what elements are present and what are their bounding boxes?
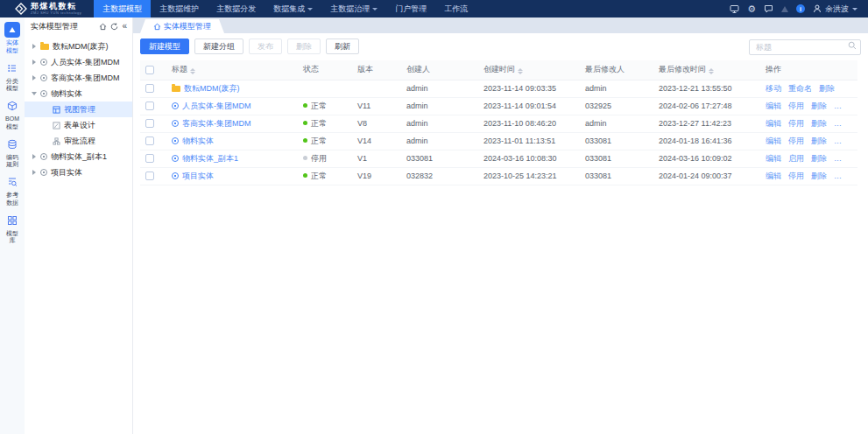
reference-data-icon	[4, 174, 20, 190]
select-all-checkbox[interactable]	[145, 66, 154, 74]
entity-tree: 数耘MDM(废弃) 人员实体-集团MDM 客商实体-集团MDM 物料实体	[25, 33, 132, 180]
alert-triangle-icon[interactable]	[781, 6, 788, 12]
tree-item-customer-entity[interactable]: 客商实体-集团MDM	[25, 70, 132, 86]
nav-item-master-data-model[interactable]: 主数据模型	[94, 0, 151, 18]
delete-button[interactable]: 删除	[287, 38, 321, 54]
collapse-panel-icon[interactable]: «	[122, 22, 127, 31]
column-title[interactable]: 标题	[166, 60, 298, 80]
nav-item-workflow[interactable]: 工作流	[435, 0, 476, 18]
rail-item-reference-data[interactable]: 参考数据	[4, 174, 20, 207]
more-actions[interactable]: …	[834, 102, 842, 110]
row-checkbox[interactable]	[145, 154, 154, 163]
delete-action[interactable]: 删除	[811, 102, 827, 110]
sort-icon[interactable]	[518, 68, 523, 74]
edit-action[interactable]: 编辑	[766, 172, 781, 180]
caret-down-icon[interactable]	[32, 91, 37, 96]
delete-action[interactable]: 删除	[811, 136, 827, 145]
edit-action[interactable]: 编辑	[766, 136, 781, 145]
entity-icon	[172, 172, 179, 179]
tree-item-material-entity-copy[interactable]: 物料实体_副本1	[25, 149, 132, 164]
monitor-icon[interactable]	[730, 4, 739, 14]
entity-icon	[172, 155, 179, 162]
model-title-link[interactable]: 物料实体_副本1	[172, 153, 293, 164]
delete-action[interactable]: 删除	[811, 172, 827, 180]
new-model-button[interactable]: 新建模型	[140, 38, 189, 54]
column-modified-time[interactable]: 最后修改时间	[653, 60, 760, 80]
toolbar: 新建模型 新建分组 发布 删除 刷新	[140, 38, 861, 55]
rename-action[interactable]: 重命名	[788, 84, 812, 93]
tree-item-approval-flow[interactable]: 审批流程	[25, 133, 132, 149]
row-checkbox[interactable]	[145, 102, 154, 110]
tree-item-view-management[interactable]: 视图管理	[25, 102, 132, 117]
sort-icon[interactable]	[190, 68, 195, 74]
user-name: 余洪波	[825, 4, 849, 15]
publish-button[interactable]: 发布	[249, 38, 282, 54]
delete-action[interactable]: 删除	[819, 84, 835, 93]
rail-item-entity-model[interactable]: 实体模型	[4, 22, 20, 55]
search-input[interactable]	[749, 39, 861, 55]
caret-right-icon[interactable]	[32, 75, 37, 80]
search-icon[interactable]	[848, 41, 857, 50]
tree-item-personnel-entity[interactable]: 人员实体-集团MDM	[25, 54, 132, 70]
row-checkbox[interactable]	[145, 172, 154, 180]
nav-item-data-integration[interactable]: 数据集成	[265, 0, 321, 18]
gear-icon[interactable]: ⚙	[747, 4, 756, 14]
model-title-link[interactable]: 人员实体-集团MDM	[172, 101, 293, 112]
edit-action[interactable]: 编辑	[766, 119, 781, 128]
edit-action[interactable]: 编辑	[766, 102, 781, 110]
rail-item-bom-model[interactable]: BOM模型	[4, 98, 20, 131]
form-design-icon	[53, 122, 60, 130]
info-icon[interactable]: i	[796, 4, 805, 13]
nav-item-master-data-maintenance[interactable]: 主数据维护	[151, 0, 208, 18]
caret-right-icon[interactable]	[32, 154, 37, 159]
disable-action[interactable]: 停用	[788, 172, 804, 180]
disable-action[interactable]: 停用	[788, 136, 804, 145]
edit-action[interactable]: 编辑	[766, 154, 781, 163]
tree-item-shuyun-mdm[interactable]: 数耘MDM(废弃)	[25, 38, 132, 54]
tab-entity-model-management[interactable]: 实体模型管理	[140, 19, 224, 33]
approval-flow-icon	[53, 137, 60, 145]
model-title-link[interactable]: 客商实体-集团MDM	[172, 118, 293, 130]
tree-item-material-entity[interactable]: 物料实体	[25, 86, 132, 102]
rail-item-category-model[interactable]: 分类模型	[4, 60, 20, 94]
main-nav: 主数据模型 主数据维护 主数据分发 数据集成 主数据治理 门户管理 工作流	[94, 0, 476, 18]
row-checkbox[interactable]	[145, 119, 154, 128]
nav-item-portal-management[interactable]: 门户管理	[386, 0, 435, 18]
tree-item-form-design[interactable]: 表单设计	[25, 117, 132, 133]
more-actions[interactable]: …	[834, 154, 842, 163]
rail-item-model-library[interactable]: 模型库	[4, 213, 20, 246]
sort-icon[interactable]	[709, 68, 714, 74]
disable-action[interactable]: 停用	[788, 102, 804, 110]
caret-right-icon[interactable]	[32, 60, 37, 65]
row-checkbox[interactable]	[145, 84, 154, 93]
refresh-icon[interactable]	[110, 23, 118, 31]
refresh-button[interactable]: 刷新	[326, 38, 359, 54]
tree-item-project-entity[interactable]: 项目实体	[25, 164, 132, 180]
delete-action[interactable]: 删除	[811, 154, 827, 163]
model-title-link[interactable]: 物料实体	[172, 136, 293, 147]
model-title-link[interactable]: 数耘MDM(废弃)	[172, 83, 293, 94]
column-created-time[interactable]: 创建时间	[478, 60, 580, 80]
disable-action[interactable]: 停用	[788, 119, 804, 128]
nav-item-master-data-governance[interactable]: 主数据治理	[321, 0, 386, 18]
nav-item-master-data-distribution[interactable]: 主数据分发	[208, 0, 265, 18]
new-group-button[interactable]: 新建分组	[194, 38, 243, 54]
chevron-down-icon	[372, 8, 378, 10]
caret-right-icon[interactable]	[32, 170, 37, 175]
more-actions[interactable]: …	[834, 119, 842, 128]
folder-icon	[40, 44, 49, 50]
user-menu[interactable]: 余洪波	[813, 4, 857, 15]
more-actions[interactable]: …	[834, 136, 842, 145]
message-icon[interactable]	[764, 4, 773, 14]
row-checkbox[interactable]	[145, 136, 154, 145]
home-icon[interactable]	[99, 23, 107, 31]
caret-right-icon[interactable]	[32, 44, 37, 49]
rail-item-coding-rules[interactable]: 编码规则	[4, 136, 20, 170]
logo-icon	[15, 3, 27, 15]
move-action[interactable]: 移动	[766, 84, 781, 93]
enable-action[interactable]: 启用	[788, 154, 804, 163]
user-avatar-icon	[813, 4, 822, 13]
delete-action[interactable]: 删除	[811, 119, 827, 128]
more-actions[interactable]: …	[834, 172, 842, 180]
model-title-link[interactable]: 项目实体	[172, 171, 293, 182]
